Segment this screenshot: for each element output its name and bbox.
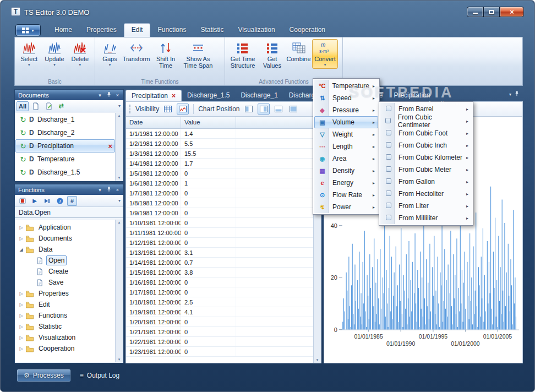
ribbon-button-get-values[interactable]: Get Values <box>259 39 285 70</box>
toolbar-overflow-icon[interactable]: ▾ <box>118 104 122 108</box>
convert-menu-item-temperature[interactable]: °CTemperature▸ <box>314 80 378 92</box>
document-item-discharge-1[interactable]: ↻DDischarge_1 <box>15 113 115 126</box>
tree-node-create[interactable]: Create <box>15 266 115 277</box>
convert-menu-item-power[interactable]: ↯Power▸ <box>314 201 378 213</box>
document-item-precipitation[interactable]: ↻DPrecipitation× <box>15 139 115 153</box>
ribbon-button-shift-in-time[interactable]: Shift In Time <box>150 39 182 70</box>
close-tab-icon[interactable]: × <box>172 92 176 100</box>
convert-menu-item-weight[interactable]: ▽Weight▸ <box>314 128 378 140</box>
chart-position-right-button[interactable] <box>258 104 270 115</box>
documents-scrollbar[interactable]: ▲ ▼ <box>115 113 123 181</box>
table-row[interactable]: 1/16/1981 12:00:000 <box>126 277 313 287</box>
table-row[interactable]: 1/12/1981 12:00:000 <box>126 238 313 248</box>
tree-node-statistic[interactable]: ▷Statistic <box>15 321 115 332</box>
table-row[interactable]: 1/13/1981 12:00:003.1 <box>126 248 313 258</box>
filter-all-button[interactable]: All <box>17 101 29 111</box>
ribbon-button-show-as-time-span[interactable]: Show As Time Span <box>182 39 214 70</box>
status-tab-output-log[interactable]: ≡Output Log <box>73 369 126 382</box>
table-row[interactable]: 1/11/1981 12:00:000 <box>126 228 313 238</box>
document-tab-discharge-1-5[interactable]: Discharge_1.5 <box>182 89 235 101</box>
volume-submenu-item-from-cubic-kilometer[interactable]: From Cubic Kilometer▸ <box>380 151 472 164</box>
ribbon-tab-cooperation[interactable]: Cooperation <box>282 23 332 37</box>
table-row[interactable]: 1/9/1981 12:00:000 <box>126 208 313 218</box>
volume-submenu-item-from-liter[interactable]: From Liter▸ <box>380 200 472 212</box>
maximize-button[interactable] <box>483 7 500 17</box>
remove-document-icon[interactable]: × <box>108 142 112 150</box>
application-menu-button[interactable]: ▾ <box>15 24 41 36</box>
pin-icon[interactable] <box>105 91 112 99</box>
column-header-date[interactable]: Date <box>126 117 181 128</box>
table-row[interactable]: 1/20/1981 12:00:000 <box>126 317 313 327</box>
ribbon-button-get-time-structure[interactable]: Get Time Structure <box>227 39 259 70</box>
scroll-down-icon[interactable]: ▼ <box>316 358 319 362</box>
table-row[interactable]: 1/17/1981 12:00:000 <box>126 287 313 297</box>
new-document-button[interactable] <box>30 101 42 111</box>
show-table-button[interactable] <box>162 104 174 115</box>
chart-position-left-button[interactable] <box>243 104 255 115</box>
ribbon-button-update[interactable]: Update▾ <box>42 39 67 69</box>
swap-documents-icon[interactable]: ⇄ <box>56 101 66 111</box>
pin-icon[interactable] <box>105 186 112 193</box>
hash-button[interactable]: # <box>67 196 77 206</box>
close-icon[interactable]: × <box>114 92 121 98</box>
document-item-temperature[interactable]: ↻DTemperature <box>15 153 115 166</box>
run-button[interactable]: ▶ <box>30 196 40 206</box>
tree-node-edit[interactable]: ▷Edit <box>15 299 115 310</box>
volume-submenu-item-from-milliliter[interactable]: From Milliliter▸ <box>380 212 472 224</box>
convert-menu-item-energy[interactable]: eEnergy▸ <box>314 177 378 189</box>
table-row[interactable]: 1/4/1981 12:00:001.7 <box>126 159 313 168</box>
table-row[interactable]: 1/1/1981 12:00:001.4 <box>126 129 313 139</box>
tree-node-open[interactable]: Open <box>15 255 115 266</box>
table-row[interactable]: 1/2/1981 12:00:005.5 <box>126 139 313 149</box>
toolbar-grip[interactable] <box>129 105 132 113</box>
chart-position-bottom-button[interactable] <box>272 104 285 115</box>
ribbon-tab-edit[interactable]: Edit <box>124 23 151 37</box>
volume-submenu-item-from-cubic-foot[interactable]: From Cubic Foot▸ <box>380 127 472 139</box>
tree-node-cooperation[interactable]: ▷Cooperation <box>15 343 115 354</box>
table-row[interactable]: 1/19/1981 12:00:004.1 <box>126 307 313 317</box>
volume-submenu-item-from-gallon[interactable]: From Gallon▸ <box>380 176 472 188</box>
ribbon-button-convert[interactable]: ms·m³Convert▾ <box>312 39 338 69</box>
convert-menu-item-speed[interactable]: ⇅Speed▸ <box>314 92 378 104</box>
tree-node-application[interactable]: ▷Application <box>15 222 115 233</box>
edit-document-button[interactable] <box>43 101 55 111</box>
minimize-button[interactable] <box>467 7 483 17</box>
scroll-down-icon[interactable]: ▼ <box>118 176 121 179</box>
ribbon-tab-functions[interactable]: Functions <box>150 23 193 37</box>
tree-node-data[interactable]: ◢Data <box>15 244 115 255</box>
info-button[interactable]: i <box>54 196 66 206</box>
close-icon[interactable]: × <box>114 187 121 193</box>
table-row[interactable]: 1/15/1981 12:00:003.8 <box>126 268 313 277</box>
scroll-down-icon[interactable]: ▼ <box>118 358 121 361</box>
status-tab-processes[interactable]: ⚙Processes <box>17 369 71 382</box>
show-chart-button[interactable] <box>177 104 189 115</box>
table-row[interactable]: 1/8/1981 12:00:000 <box>126 198 313 208</box>
convert-menu-item-pressure[interactable]: ◆Pressure▸ <box>314 104 378 116</box>
volume-submenu-item-from-cubic-meter[interactable]: From Cubic Meter▸ <box>380 164 472 176</box>
chart-tab-precipitation[interactable]: Precipitation <box>388 89 435 101</box>
ribbon-tab-home[interactable]: Home <box>47 23 79 37</box>
tree-node-save[interactable]: Save <box>15 277 115 288</box>
document-item-discharge-1-5[interactable]: ↻DDischarge_1.5 <box>15 166 115 179</box>
titlebar[interactable]: T TS Editor 3.0 DEMO × <box>0 0 535 22</box>
functions-scrollbar[interactable]: ▲ ▼ <box>115 220 123 362</box>
table-row[interactable]: 1/10/1981 12:00:000 <box>126 218 313 228</box>
record-button[interactable] <box>17 196 29 206</box>
pin-icon[interactable] <box>514 89 520 99</box>
convert-menu-item-density[interactable]: ▦Density▸ <box>314 165 378 177</box>
document-item-discharge-2[interactable]: ↻DDischarge_2 <box>15 126 115 139</box>
chart-position-full-button[interactable] <box>287 104 299 115</box>
ribbon-button-gaps[interactable]: Gaps▾ <box>97 39 123 69</box>
tree-node-visualization[interactable]: ▷Visualization <box>15 332 115 343</box>
convert-menu-item-volume[interactable]: ▣Volume▸ <box>314 116 378 128</box>
convert-menu-item-length[interactable]: ⋯Length▸ <box>314 140 378 153</box>
ribbon-button-select[interactable]: Select▾ <box>17 39 41 69</box>
table-row[interactable]: 1/3/1981 12:00:0015.5 <box>126 149 313 159</box>
volume-submenu-item-from-cubic-inch[interactable]: From Cubic Inch▸ <box>380 139 472 151</box>
volume-submenu-item-from-cubic-centimeter[interactable]: From Cubic Centimeter▸ <box>380 115 472 127</box>
convert-menu-item-flow-rate[interactable]: ⊙Flow Rate▸ <box>314 189 378 201</box>
ribbon-tab-properties[interactable]: Properties <box>79 23 124 37</box>
ribbon-tab-visualization[interactable]: Visualization <box>231 23 282 37</box>
table-row[interactable]: 1/22/1981 12:00:000 <box>126 337 313 347</box>
toolbar-overflow-icon[interactable]: ▾ <box>118 198 122 203</box>
